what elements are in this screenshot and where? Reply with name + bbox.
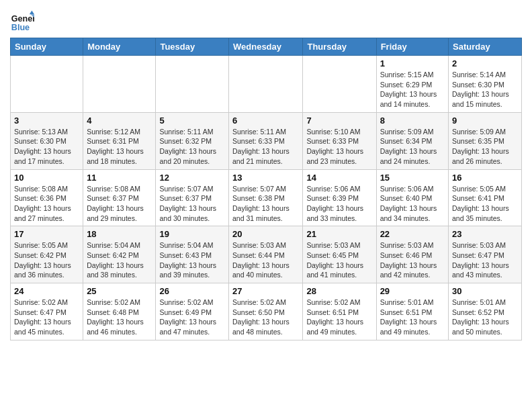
calendar-cell: 21Sunrise: 5:03 AM Sunset: 6:45 PM Dayli… <box>303 226 376 283</box>
day-number: 21 <box>306 229 372 239</box>
day-info: Sunrise: 5:04 AM Sunset: 6:42 PM Dayligh… <box>87 240 152 280</box>
day-info: Sunrise: 5:11 AM Sunset: 6:33 PM Dayligh… <box>232 127 299 167</box>
day-of-week-header: Wednesday <box>229 38 303 56</box>
day-info: Sunrise: 5:09 AM Sunset: 6:35 PM Dayligh… <box>452 127 518 167</box>
calendar-table: SundayMondayTuesdayWednesdayThursdayFrid… <box>10 38 522 340</box>
day-number: 3 <box>14 116 79 126</box>
calendar-page: General Blue SundayMondayTuesdayWednesda… <box>0 0 532 347</box>
day-number: 20 <box>232 229 299 239</box>
calendar-cell <box>11 56 83 113</box>
day-number: 11 <box>87 173 152 183</box>
day-number: 12 <box>159 173 225 183</box>
calendar-cell: 3Sunrise: 5:13 AM Sunset: 6:30 PM Daylig… <box>11 112 83 169</box>
day-info: Sunrise: 5:08 AM Sunset: 6:37 PM Dayligh… <box>87 184 152 224</box>
day-number: 14 <box>306 173 372 183</box>
calendar-week-row: 1Sunrise: 5:15 AM Sunset: 6:29 PM Daylig… <box>11 56 522 113</box>
calendar-week-row: 3Sunrise: 5:13 AM Sunset: 6:30 PM Daylig… <box>11 112 522 169</box>
calendar-cell: 24Sunrise: 5:02 AM Sunset: 6:47 PM Dayli… <box>11 283 83 340</box>
day-info: Sunrise: 5:13 AM Sunset: 6:30 PM Dayligh… <box>14 127 79 167</box>
day-info: Sunrise: 5:14 AM Sunset: 6:30 PM Dayligh… <box>452 70 518 109</box>
calendar-header-row: SundayMondayTuesdayWednesdayThursdayFrid… <box>11 38 522 56</box>
day-of-week-header: Tuesday <box>156 38 229 56</box>
logo-area: General Blue <box>10 7 38 34</box>
calendar-cell: 25Sunrise: 5:02 AM Sunset: 6:48 PM Dayli… <box>83 283 156 340</box>
day-info: Sunrise: 5:08 AM Sunset: 6:36 PM Dayligh… <box>14 184 79 224</box>
day-info: Sunrise: 5:12 AM Sunset: 6:31 PM Dayligh… <box>87 127 152 167</box>
day-info: Sunrise: 5:09 AM Sunset: 6:34 PM Dayligh… <box>380 127 445 167</box>
day-info: Sunrise: 5:06 AM Sunset: 6:40 PM Dayligh… <box>380 184 445 224</box>
calendar-cell: 20Sunrise: 5:03 AM Sunset: 6:44 PM Dayli… <box>229 226 303 283</box>
day-info: Sunrise: 5:07 AM Sunset: 6:37 PM Dayligh… <box>159 184 225 224</box>
calendar-cell <box>229 56 303 113</box>
day-info: Sunrise: 5:05 AM Sunset: 6:42 PM Dayligh… <box>14 240 79 280</box>
day-number: 19 <box>159 229 225 239</box>
calendar-cell: 12Sunrise: 5:07 AM Sunset: 6:37 PM Dayli… <box>156 169 229 226</box>
calendar-cell: 4Sunrise: 5:12 AM Sunset: 6:31 PM Daylig… <box>83 112 156 169</box>
day-info: Sunrise: 5:06 AM Sunset: 6:39 PM Dayligh… <box>306 184 372 224</box>
day-number: 15 <box>380 173 445 183</box>
day-number: 29 <box>380 286 445 296</box>
calendar-week-row: 17Sunrise: 5:05 AM Sunset: 6:42 PM Dayli… <box>11 226 522 283</box>
day-number: 27 <box>232 286 299 296</box>
day-info: Sunrise: 5:02 AM Sunset: 6:47 PM Dayligh… <box>14 298 79 337</box>
calendar-cell: 17Sunrise: 5:05 AM Sunset: 6:42 PM Dayli… <box>11 226 83 283</box>
calendar-cell: 2Sunrise: 5:14 AM Sunset: 6:30 PM Daylig… <box>449 56 522 113</box>
day-info: Sunrise: 5:10 AM Sunset: 6:33 PM Dayligh… <box>306 127 372 167</box>
day-info: Sunrise: 5:04 AM Sunset: 6:43 PM Dayligh… <box>159 240 225 280</box>
day-number: 5 <box>159 116 225 126</box>
day-info: Sunrise: 5:03 AM Sunset: 6:46 PM Dayligh… <box>380 240 445 280</box>
calendar-week-row: 24Sunrise: 5:02 AM Sunset: 6:47 PM Dayli… <box>11 283 522 340</box>
day-of-week-header: Thursday <box>303 38 376 56</box>
day-number: 8 <box>380 116 445 126</box>
day-info: Sunrise: 5:02 AM Sunset: 6:51 PM Dayligh… <box>306 298 372 337</box>
calendar-cell: 6Sunrise: 5:11 AM Sunset: 6:33 PM Daylig… <box>229 112 303 169</box>
calendar-cell: 1Sunrise: 5:15 AM Sunset: 6:29 PM Daylig… <box>376 56 448 113</box>
day-number: 25 <box>87 286 152 296</box>
calendar-cell: 28Sunrise: 5:02 AM Sunset: 6:51 PM Dayli… <box>303 283 376 340</box>
day-number: 4 <box>87 116 152 126</box>
day-info: Sunrise: 5:03 AM Sunset: 6:47 PM Dayligh… <box>452 240 518 280</box>
day-number: 1 <box>380 58 445 68</box>
calendar-cell: 27Sunrise: 5:02 AM Sunset: 6:50 PM Dayli… <box>229 283 303 340</box>
calendar-week-row: 10Sunrise: 5:08 AM Sunset: 6:36 PM Dayli… <box>11 169 522 226</box>
day-number: 17 <box>14 229 79 239</box>
day-number: 13 <box>232 173 299 183</box>
day-info: Sunrise: 5:07 AM Sunset: 6:38 PM Dayligh… <box>232 184 299 224</box>
page-header: General Blue <box>10 7 522 34</box>
calendar-cell: 5Sunrise: 5:11 AM Sunset: 6:32 PM Daylig… <box>156 112 229 169</box>
day-number: 9 <box>452 116 518 126</box>
day-number: 22 <box>380 229 445 239</box>
day-number: 30 <box>452 286 518 296</box>
calendar-cell: 22Sunrise: 5:03 AM Sunset: 6:46 PM Dayli… <box>376 226 448 283</box>
calendar-cell: 13Sunrise: 5:07 AM Sunset: 6:38 PM Dayli… <box>229 169 303 226</box>
day-number: 24 <box>14 286 79 296</box>
calendar-cell: 15Sunrise: 5:06 AM Sunset: 6:40 PM Dayli… <box>376 169 448 226</box>
day-info: Sunrise: 5:05 AM Sunset: 6:41 PM Dayligh… <box>452 184 518 224</box>
calendar-cell: 18Sunrise: 5:04 AM Sunset: 6:42 PM Dayli… <box>83 226 156 283</box>
calendar-cell: 7Sunrise: 5:10 AM Sunset: 6:33 PM Daylig… <box>303 112 376 169</box>
day-info: Sunrise: 5:11 AM Sunset: 6:32 PM Dayligh… <box>159 127 225 167</box>
calendar-cell: 16Sunrise: 5:05 AM Sunset: 6:41 PM Dayli… <box>449 169 522 226</box>
day-of-week-header: Friday <box>376 38 448 56</box>
day-info: Sunrise: 5:02 AM Sunset: 6:49 PM Dayligh… <box>159 298 225 337</box>
calendar-cell <box>156 56 229 113</box>
calendar-cell <box>303 56 376 113</box>
day-number: 16 <box>452 173 518 183</box>
day-number: 18 <box>87 229 152 239</box>
calendar-cell: 30Sunrise: 5:01 AM Sunset: 6:52 PM Dayli… <box>449 283 522 340</box>
logo-icon: General Blue <box>10 9 34 34</box>
calendar-body: 1Sunrise: 5:15 AM Sunset: 6:29 PM Daylig… <box>11 56 522 340</box>
day-info: Sunrise: 5:02 AM Sunset: 6:50 PM Dayligh… <box>232 298 299 337</box>
day-info: Sunrise: 5:01 AM Sunset: 6:51 PM Dayligh… <box>380 298 445 337</box>
calendar-cell: 19Sunrise: 5:04 AM Sunset: 6:43 PM Dayli… <box>156 226 229 283</box>
svg-text:Blue: Blue <box>11 23 30 32</box>
calendar-cell: 9Sunrise: 5:09 AM Sunset: 6:35 PM Daylig… <box>449 112 522 169</box>
calendar-cell: 10Sunrise: 5:08 AM Sunset: 6:36 PM Dayli… <box>11 169 83 226</box>
day-of-week-header: Sunday <box>11 38 83 56</box>
svg-marker-2 <box>30 11 34 14</box>
day-info: Sunrise: 5:03 AM Sunset: 6:45 PM Dayligh… <box>306 240 372 280</box>
day-info: Sunrise: 5:15 AM Sunset: 6:29 PM Dayligh… <box>380 70 445 109</box>
day-number: 26 <box>159 286 225 296</box>
day-of-week-header: Monday <box>83 38 156 56</box>
day-number: 7 <box>306 116 372 126</box>
